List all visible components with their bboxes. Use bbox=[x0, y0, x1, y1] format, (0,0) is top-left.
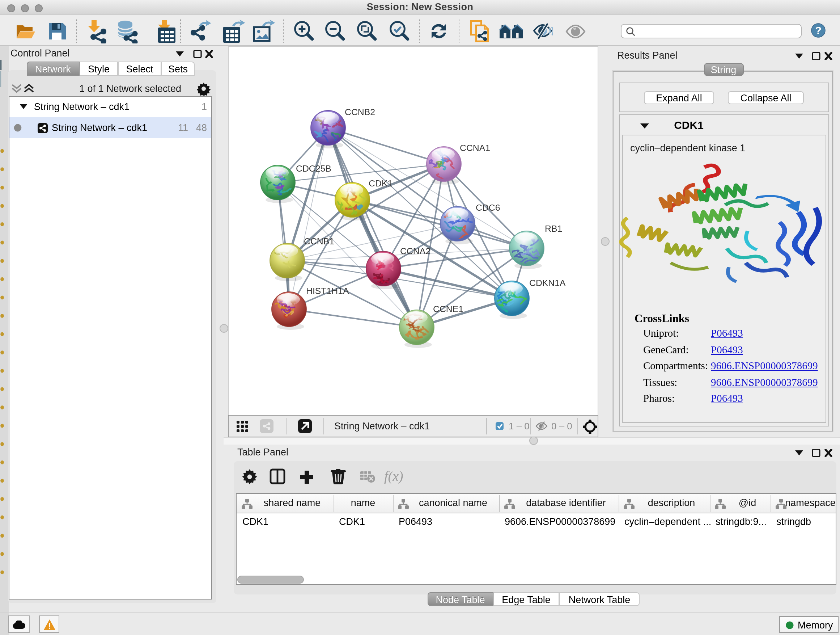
svg-text:?: ? bbox=[815, 24, 821, 36]
svg-text:CDK1: CDK1 bbox=[369, 179, 393, 188]
svg-text:HIST1H1A: HIST1H1A bbox=[306, 286, 349, 296]
svg-text:CCNE1: CCNE1 bbox=[433, 304, 463, 314]
svg-text:CCNA1: CCNA1 bbox=[460, 143, 490, 153]
svg-text:CCNA2: CCNA2 bbox=[400, 246, 431, 256]
svg-text:f(x): f(x) bbox=[384, 468, 403, 484]
svg-text:CDC25B: CDC25B bbox=[296, 164, 332, 173]
svg-text:RB1: RB1 bbox=[545, 224, 562, 233]
svg-text:CDKN1A: CDKN1A bbox=[529, 278, 566, 288]
svg-text:CDC6: CDC6 bbox=[476, 203, 500, 212]
svg-text:CCNB1: CCNB1 bbox=[304, 236, 334, 246]
svg-text:CCNB2: CCNB2 bbox=[345, 107, 375, 117]
